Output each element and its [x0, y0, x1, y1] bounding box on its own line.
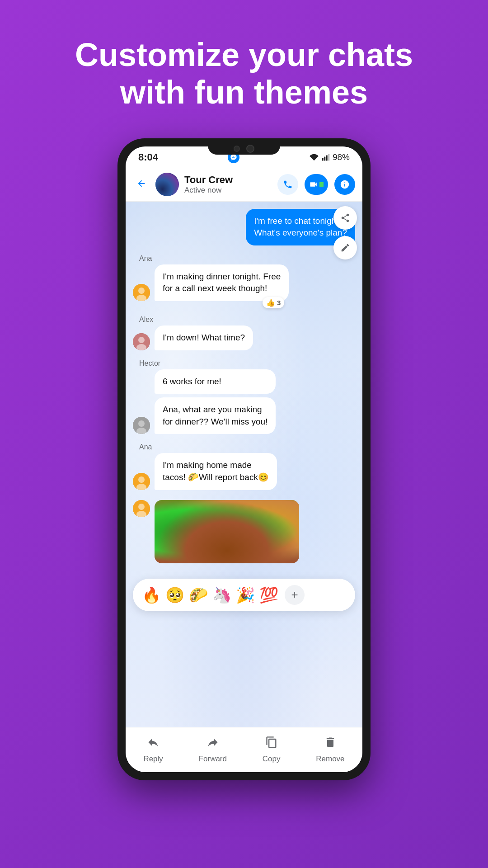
- emoji-more-button[interactable]: +: [285, 585, 305, 605]
- svg-point-8: [138, 337, 145, 343]
- wifi-icon: [309, 153, 319, 161]
- chat-container: I'm free to chat tonight!What's everyone…: [126, 202, 362, 727]
- emoji-100[interactable]: 💯: [259, 586, 278, 604]
- nav-info: Tour Crew Active now: [184, 174, 272, 195]
- message-group-ana-1: Ana I'm making d: [133, 255, 355, 303]
- reaction-emoji-1: 👍: [266, 298, 275, 307]
- call-button[interactable]: [277, 174, 298, 195]
- group-avatar[interactable]: [155, 173, 179, 196]
- video-call-button[interactable]: [305, 174, 328, 195]
- svg-point-17: [138, 504, 145, 510]
- svg-point-5: [138, 288, 145, 294]
- sender-alex: Alex: [139, 316, 355, 324]
- info-button[interactable]: [334, 174, 355, 195]
- copy-button[interactable]: Copy: [253, 731, 290, 768]
- avatar-hector-1: [133, 417, 150, 434]
- side-actions: [333, 202, 357, 259]
- sender-ana-1: Ana: [139, 255, 355, 263]
- reply-label: Reply: [143, 755, 163, 764]
- svg-point-11: [138, 420, 145, 427]
- edit-button[interactable]: [333, 236, 357, 259]
- sender-ana-2: Ana: [139, 443, 355, 451]
- taco-image-row: [133, 500, 355, 568]
- reply-button[interactable]: Reply: [134, 731, 172, 768]
- bubble-incoming-ana-2: I'm making home madetacos! 🌮Will report …: [155, 453, 277, 490]
- reply-icon: [147, 736, 160, 752]
- remove-button[interactable]: Remove: [307, 731, 353, 768]
- message-outgoing-1: I'm free to chat tonight!What's everyone…: [133, 209, 355, 245]
- message-group-ana-2: Ana I'm making home madetacos! 🌮Wi: [133, 443, 355, 491]
- sender-hector: Hector: [139, 359, 355, 368]
- svg-rect-3: [328, 154, 329, 160]
- remove-label: Remove: [316, 755, 344, 764]
- chat-scroll: I'm free to chat tonight!What's everyone…: [126, 202, 362, 575]
- battery-indicator: 98%: [333, 152, 350, 162]
- emoji-fire[interactable]: 🔥: [142, 586, 161, 604]
- group-name: Tour Crew: [184, 174, 272, 186]
- copy-icon: [265, 736, 278, 752]
- nav-bar: Tour Crew Active now: [126, 168, 362, 202]
- hector-bubbles: 6 works for me! Ana, what are you making…: [155, 369, 276, 434]
- bubble-incoming-alex: I'm down! What time?: [155, 326, 253, 350]
- copy-label: Copy: [263, 755, 281, 764]
- forward-label: Forward: [199, 755, 227, 764]
- emoji-taco[interactable]: 🌮: [189, 586, 208, 604]
- bubble-wrapper-ana-1: I'm making dinner tonight. Freefor a cal…: [155, 264, 289, 301]
- signal-icon: [322, 153, 330, 161]
- battery-text: 98%: [333, 152, 350, 162]
- message-incoming-hector-1: 6 works for me! Ana, what are you making…: [133, 369, 355, 434]
- phone-mockup: 8:04: [117, 138, 371, 780]
- avatar-ana: [133, 284, 150, 301]
- status-time: 8:04: [138, 151, 158, 163]
- svg-rect-1: [324, 156, 325, 160]
- back-button[interactable]: [133, 174, 150, 195]
- taco-image: [155, 500, 299, 563]
- forward-button[interactable]: Forward: [190, 731, 236, 768]
- message-incoming-ana-2: I'm making home madetacos! 🌮Will report …: [133, 453, 355, 490]
- emoji-party[interactable]: 🎉: [236, 586, 255, 604]
- forward-icon: [206, 736, 219, 752]
- svg-rect-0: [322, 158, 324, 160]
- emoji-reaction-bar: 🔥 🥺 🌮 🦄 🎉 💯 +: [133, 579, 355, 611]
- remove-icon: [324, 736, 337, 752]
- share-button[interactable]: [333, 206, 357, 230]
- reaction-count-1: 3: [277, 299, 281, 307]
- bubble-incoming-ana-1: I'm making dinner tonight. Freefor a cal…: [155, 264, 289, 301]
- emoji-pleading[interactable]: 🥺: [165, 586, 184, 604]
- message-group-alex: Alex I'm down! What time?: [133, 316, 355, 352]
- message-group-hector: Hector 6 works f: [133, 359, 355, 436]
- message-incoming-ana-1: I'm making dinner tonight. Freefor a cal…: [133, 264, 355, 301]
- message-incoming-alex: I'm down! What time?: [133, 326, 355, 350]
- avatar-ana-2: [133, 473, 150, 490]
- bubble-hector-1: 6 works for me!: [155, 369, 276, 394]
- emoji-bar-wrapper: 🔥 🥺 🌮 🦄 🎉 💯 +: [126, 575, 362, 615]
- status-right: 98%: [309, 152, 350, 162]
- svg-rect-2: [326, 155, 328, 160]
- nav-actions: [277, 174, 355, 195]
- avatar-ana-img: [133, 500, 150, 517]
- reaction-badge-ana-1: 👍 3: [263, 297, 284, 308]
- headline-line1: Customize your chats: [75, 36, 413, 74]
- emoji-unicorn[interactable]: 🦄: [212, 586, 231, 604]
- svg-point-14: [138, 476, 145, 483]
- bottom-toolbar: Reply Forward Copy: [126, 727, 362, 772]
- headline-line2: with fun themes: [75, 74, 413, 111]
- group-status: Active now: [184, 186, 272, 195]
- avatar-alex: [133, 333, 150, 350]
- bubble-hector-2: Ana, what are you makingfor dinner?? We'…: [155, 397, 276, 434]
- headline: Customize your chats with fun themes: [39, 36, 449, 111]
